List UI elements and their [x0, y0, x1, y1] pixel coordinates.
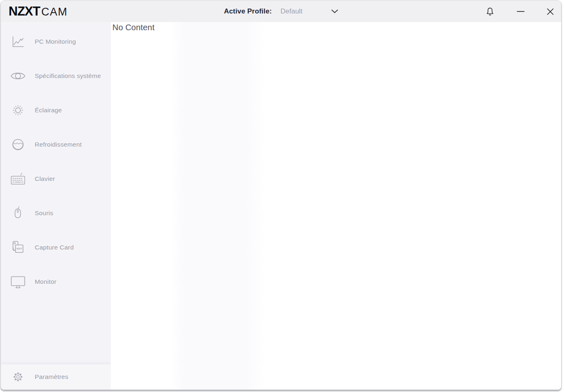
- sidebar-item-monitor[interactable]: Monitor: [1, 265, 111, 299]
- close-icon: [546, 7, 555, 16]
- profile-dropdown[interactable]: Default: [280, 7, 338, 16]
- liquid-cooler-icon: [10, 136, 26, 153]
- sun-icon: [10, 102, 26, 118]
- nzxt-cam-logo: NZXT CAM: [1, 4, 67, 19]
- sidebar-item-label: Paramètres: [35, 373, 68, 381]
- sidebar-nav: PC Monitoring Spécifications système: [1, 22, 111, 364]
- chevron-down-icon: [331, 9, 338, 13]
- notifications-button[interactable]: [485, 6, 495, 17]
- app-window: NZXT CAM Active Profile: Default: [0, 0, 562, 390]
- sidebar-item-pc-monitoring[interactable]: PC Monitoring: [1, 24, 111, 59]
- mouse-icon: [10, 205, 26, 221]
- active-profile-label: Active Profile:: [224, 7, 272, 16]
- main-content: No Content: [111, 22, 561, 390]
- logo-nzxt: NZXT: [9, 4, 40, 19]
- sidebar-item-capture-card[interactable]: NZXT Capture Card: [1, 230, 111, 265]
- sidebar-item-label: Éclairage: [35, 107, 62, 114]
- sidebar-item-system-specs[interactable]: Spécifications système: [1, 59, 111, 93]
- sidebar-item-label: Monitor: [35, 278, 56, 285]
- profile-dropdown-value: Default: [280, 7, 302, 16]
- sidebar-item-settings[interactable]: Paramètres: [1, 364, 111, 390]
- close-button[interactable]: [546, 7, 555, 16]
- sidebar-item-mouse[interactable]: Souris: [1, 196, 111, 230]
- titlebar: NZXT CAM Active Profile: Default: [1, 1, 561, 22]
- minimize-icon: [516, 7, 525, 16]
- active-profile-group: Active Profile: Default: [224, 1, 338, 22]
- sidebar-item-label: Clavier: [35, 175, 55, 183]
- empty-state-text: No Content: [112, 23, 561, 32]
- logo-cam: CAM: [41, 6, 68, 18]
- sidebar-item-label: Souris: [35, 209, 53, 217]
- eye-icon: [10, 68, 26, 84]
- sidebar-item-lighting[interactable]: Éclairage: [1, 93, 111, 127]
- sidebar-item-label: Spécifications système: [35, 72, 101, 80]
- chart-line-icon: [10, 33, 26, 50]
- keyboard-icon: [10, 171, 26, 187]
- gear-icon: [11, 370, 25, 383]
- sidebar-item-label: Refroidissement: [35, 141, 82, 148]
- sidebar: PC Monitoring Spécifications système: [1, 22, 111, 390]
- minimize-button[interactable]: [516, 7, 525, 16]
- titlebar-actions: [485, 1, 555, 22]
- sidebar-item-keyboard[interactable]: Clavier: [1, 162, 111, 196]
- sidebar-item-label: PC Monitoring: [35, 38, 76, 45]
- sidebar-item-label: Capture Card: [35, 244, 74, 251]
- bell-icon: [485, 6, 495, 17]
- capture-card-icon: NZXT: [10, 239, 26, 256]
- monitor-icon: [10, 274, 26, 290]
- sidebar-item-cooling[interactable]: Refroidissement: [1, 127, 111, 162]
- capture-card-icon-text: NZXT: [16, 248, 22, 250]
